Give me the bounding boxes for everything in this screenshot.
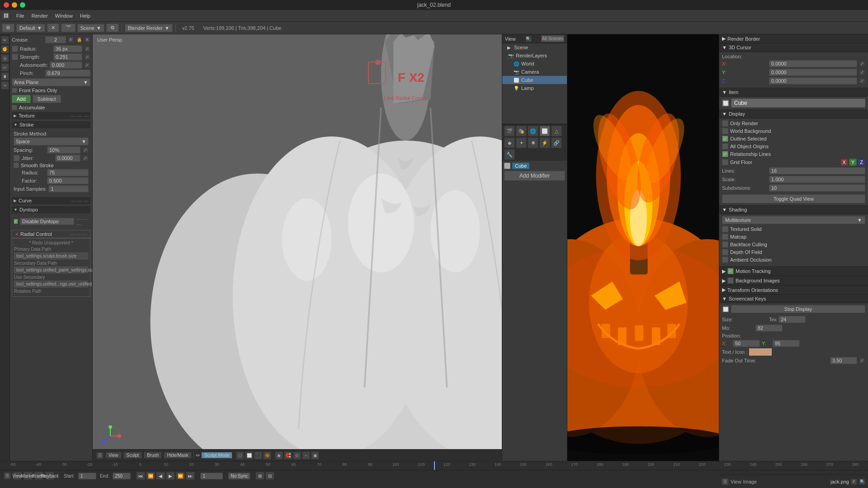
tool-grab[interactable]: ✊ xyxy=(1,45,9,53)
item-name-field[interactable]: Cube xyxy=(731,99,865,108)
close-button[interactable] xyxy=(4,2,9,8)
crease-value[interactable]: 2 xyxy=(45,36,66,43)
proportional-btn[interactable]: ⊙ xyxy=(293,451,301,460)
render-tab[interactable]: 🎬 xyxy=(504,126,515,136)
scene-tab[interactable]: 🎭 xyxy=(516,126,527,136)
display-section-header[interactable]: ▼ Display xyxy=(719,110,868,118)
fade-expand[interactable]: ⤢ xyxy=(859,357,865,364)
smooth-radius-value[interactable]: 75 xyxy=(47,169,89,176)
mirror-btn[interactable]: ↔ xyxy=(302,451,310,460)
image-btn-br[interactable]: Image xyxy=(743,479,757,484)
only-render-cb[interactable] xyxy=(722,120,728,127)
smooth-stroke-cb[interactable] xyxy=(14,163,19,168)
prev-frame-btn[interactable]: ⏪ xyxy=(146,472,155,480)
grid-x-btn[interactable]: X xyxy=(840,159,848,166)
key-btn-1[interactable]: ⊞ xyxy=(255,472,264,480)
brush-btn[interactable]: Brush xyxy=(144,452,162,459)
modifier-tab[interactable]: 🔧 xyxy=(504,149,515,160)
scene-item[interactable]: ▶ Scene xyxy=(502,43,567,52)
tool-flatten[interactable]: ▭ xyxy=(1,63,9,71)
smooth-factor-value[interactable]: 0.500 xyxy=(47,177,89,184)
backface-culling-cb[interactable] xyxy=(722,241,728,248)
crease-f-btn[interactable]: F xyxy=(68,37,74,43)
transform-orientations-row[interactable]: ▶ Transform Orientations xyxy=(719,286,868,295)
front-faces-only-cb[interactable] xyxy=(12,88,17,93)
engine-dropdown[interactable]: Default▼ xyxy=(16,24,45,32)
spacing-value[interactable]: 10% xyxy=(47,146,80,154)
spacing-expand[interactable]: ⤢ xyxy=(82,147,89,153)
radius-value[interactable]: 36 px xyxy=(53,45,82,52)
texture-btn[interactable]: ▣ xyxy=(311,451,319,460)
ambient-occlusion-cb[interactable] xyxy=(722,257,728,263)
material-btn[interactable]: ⬛ xyxy=(254,451,262,460)
constraint-tab[interactable]: 🔗 xyxy=(551,137,562,148)
outline-selected-cb[interactable]: ✓ xyxy=(722,136,728,142)
cursor-y-value[interactable]: 0.0000 xyxy=(769,69,857,76)
cursor-z-value[interactable]: 0.0000 xyxy=(769,77,857,84)
grid-floor-cb[interactable] xyxy=(722,159,728,165)
all-scenes-label[interactable]: All Scenes xyxy=(541,35,564,42)
key-btn-2[interactable]: ⊟ xyxy=(265,472,274,480)
curve-section-header[interactable]: ▶ Curve — — — xyxy=(12,197,90,204)
text-icon-color[interactable] xyxy=(749,348,772,356)
jitter-value[interactable]: 0.0000 xyxy=(55,155,80,162)
pinch-value[interactable]: 0.679 xyxy=(45,70,90,77)
fade-out-value[interactable]: 3.50 xyxy=(830,357,857,364)
minimize-button[interactable] xyxy=(12,2,17,8)
render-icon[interactable]: 🎬 xyxy=(61,23,75,32)
physics-tab[interactable]: ⚡ xyxy=(539,137,550,148)
render-btn[interactable]: 🔆 xyxy=(263,451,271,460)
outliner-search-btn[interactable]: 🔍 xyxy=(525,36,532,42)
render-border-header[interactable]: ▶ Render Border xyxy=(719,34,868,43)
jump-start-btn[interactable]: ⏮ xyxy=(136,472,145,480)
stop-display-btn[interactable]: Stop Display xyxy=(731,305,865,313)
shading-dropdown[interactable]: Multitexture▼ xyxy=(722,216,865,224)
autosmooth-value[interactable]: 0.000 xyxy=(50,61,82,69)
radius-expand[interactable]: ⤢ xyxy=(84,46,90,52)
subdivisions-value[interactable]: 10 xyxy=(769,184,865,192)
snap-btn[interactable]: 🧲 xyxy=(284,451,292,460)
next-frame-btn[interactable]: ⏩ xyxy=(176,472,185,480)
pos-y-value[interactable]: 95 xyxy=(773,340,800,347)
grid-y-btn[interactable]: Y xyxy=(849,159,857,166)
material-tab[interactable]: ◆ xyxy=(504,137,515,148)
stroke-section-header[interactable]: ▼ Stroke xyxy=(12,121,90,128)
menu-window[interactable]: Window xyxy=(52,12,76,19)
cursor-y-expand[interactable]: ⤢ xyxy=(859,69,865,75)
image-search[interactable]: 🔍 xyxy=(859,479,865,485)
cube-item[interactable]: ⬜ Cube xyxy=(502,76,567,84)
scale-value[interactable]: 1.000 xyxy=(769,176,865,183)
cursor-x-value[interactable]: 0.0000 xyxy=(769,60,857,67)
tool-inflate[interactable]: ⬮ xyxy=(1,72,9,80)
shading-section-header[interactable]: ▼ Shading xyxy=(719,206,868,214)
menu-help[interactable]: Help xyxy=(76,12,94,19)
depth-of-field-cb[interactable] xyxy=(722,249,728,255)
engine-btn-x[interactable]: ✕ xyxy=(47,23,59,32)
strength-value[interactable]: 0.291 xyxy=(53,53,82,61)
primary-data-value[interactable]: tool_settings.sculpt.brush.size xyxy=(14,253,88,259)
add-button[interactable]: Add xyxy=(12,95,31,103)
texture-tab[interactable]: ✦ xyxy=(516,137,527,148)
maximize-button[interactable] xyxy=(20,2,25,8)
radial-close-btn[interactable]: ✕ xyxy=(15,232,19,237)
object-origins-cb[interactable] xyxy=(722,143,728,150)
secondary-data-value[interactable]: tool_settings.unified_paint_settings.siz… xyxy=(14,267,88,273)
crease-close-btn[interactable]: ✕ xyxy=(84,37,90,43)
current-frame[interactable]: 1 xyxy=(200,473,223,479)
object-tab[interactable]: ⬜ xyxy=(539,126,550,136)
hide-mask-btn[interactable]: Hide/Mask xyxy=(164,452,191,459)
dyntopo-enabled-cb[interactable]: ✓ xyxy=(14,219,18,224)
tool-sculpt[interactable]: ✏ xyxy=(1,36,9,44)
tool-smooth[interactable]: ◎ xyxy=(1,54,9,62)
menu-render[interactable]: Render xyxy=(28,12,52,19)
render-engine-dropdown[interactable]: Blender Render▼ xyxy=(125,24,173,32)
motion-tracking-row[interactable]: ▶ ✓ Motion Tracking xyxy=(719,267,868,276)
menu-file[interactable]: File xyxy=(13,12,28,19)
add-modifier-btn[interactable]: Add Modifier xyxy=(504,171,565,181)
secondary-viewport[interactable] xyxy=(558,34,719,461)
view-btn-br[interactable]: View xyxy=(731,479,741,484)
scene-dropdown[interactable]: Scene▼ xyxy=(77,24,104,32)
render-layers-item[interactable]: 📷 RenderLayers xyxy=(502,52,567,60)
crease-lock-btn[interactable]: 🔒 xyxy=(76,37,82,43)
jitter-expand[interactable]: ⤢ xyxy=(82,155,89,161)
